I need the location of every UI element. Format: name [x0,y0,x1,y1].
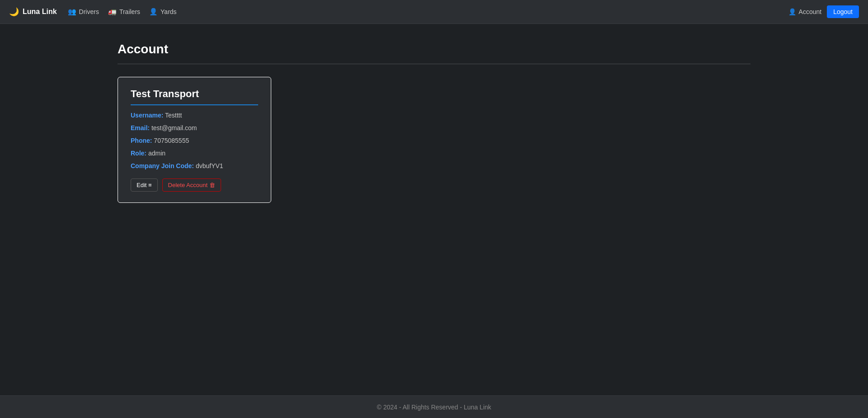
navbar: 🌙 Luna Link 👥 Drivers 🚛 Trailers 👤 Yards… [0,0,868,24]
nav-label-yards: Yards [160,8,177,15]
nav-item-trailers[interactable]: 🚛 Trailers [108,8,140,16]
trailers-icon: 🚛 [108,8,117,16]
brand-name: Luna Link [23,8,57,16]
username-value: Testttt [165,112,182,119]
edit-button[interactable]: Edit ≡ [131,178,158,192]
nav-links: 👥 Drivers 🚛 Trailers 👤 Yards [68,8,177,16]
role-value: admin [148,150,165,157]
account-nav-label: Account [799,8,822,15]
nav-item-yards[interactable]: 👤 Yards [149,8,177,16]
nav-label-trailers: Trailers [119,8,140,15]
role-row: Role: admin [131,150,258,157]
company-join-code-value: dvbufYV1 [196,162,223,169]
email-label: Email: [131,124,150,132]
email-row: Email: test@gmail.com [131,124,258,132]
phone-row: Phone: 7075085555 [131,137,258,144]
logout-button[interactable]: Logout [827,5,859,18]
navbar-right: 👤 Account Logout [788,5,859,18]
nav-label-drivers: Drivers [79,8,99,15]
account-nav-link[interactable]: 👤 Account [788,8,822,15]
delete-account-button[interactable]: Delete Account 🗑 [162,178,221,192]
username-row: Username: Testttt [131,112,258,119]
account-card: Test Transport Username: Testttt Email: … [118,77,271,203]
username-label: Username: [131,112,163,119]
company-name: Test Transport [131,88,258,105]
yards-icon: 👤 [149,8,158,16]
brand-logo[interactable]: 🌙 Luna Link [9,7,57,17]
email-value: test@gmail.com [151,124,197,132]
role-label: Role: [131,150,146,157]
phone-label: Phone: [131,137,152,144]
page-title: Account [118,42,750,56]
moon-icon: 🌙 [9,7,19,17]
card-buttons: Edit ≡ Delete Account 🗑 [131,178,258,192]
page-divider [118,64,750,64]
company-join-code-label: Company Join Code: [131,162,194,169]
phone-value: 7075085555 [154,137,189,144]
account-person-icon: 👤 [788,8,796,15]
nav-item-drivers[interactable]: 👥 Drivers [68,8,99,16]
footer-text: © 2024 - All Rights Reserved - Luna Link [377,404,491,411]
navbar-left: 🌙 Luna Link 👥 Drivers 🚛 Trailers 👤 Yards [9,7,177,17]
drivers-icon: 👥 [68,8,76,16]
account-details: Username: Testttt Email: test@gmail.com … [131,112,258,169]
company-join-code-row: Company Join Code: dvbufYV1 [131,162,258,169]
footer: © 2024 - All Rights Reserved - Luna Link [0,395,868,418]
main-content: Account Test Transport Username: Testttt… [0,24,868,395]
